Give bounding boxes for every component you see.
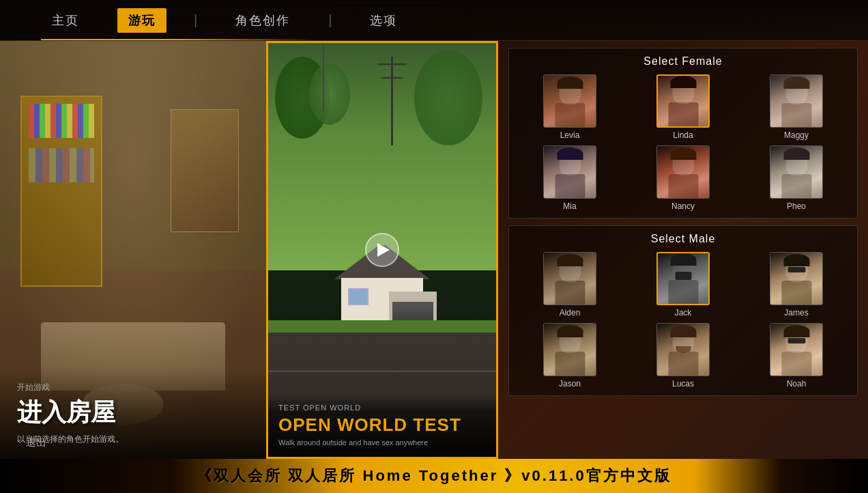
linda-hair xyxy=(670,76,696,88)
mia-head xyxy=(559,151,581,175)
aiden-hair xyxy=(557,254,583,266)
noah-glasses xyxy=(787,338,805,343)
lucas-body xyxy=(668,352,698,376)
bottom-bar: 《双人会所 双人居所 Home Together 》v0.11.0官方中文版 xyxy=(0,459,868,493)
james-head xyxy=(785,257,807,282)
tree-center xyxy=(309,64,350,125)
jack-body xyxy=(668,280,698,304)
utility-pole-2 xyxy=(323,43,324,111)
nav-accent-line xyxy=(41,39,868,40)
linda-portrait xyxy=(656,74,710,128)
char-mia[interactable]: Mia xyxy=(516,145,624,211)
linda-body xyxy=(668,102,698,126)
nav-play[interactable]: 游玩 xyxy=(117,8,167,33)
char-maggy[interactable]: Maggy xyxy=(742,74,850,140)
female-section-title: Select Female xyxy=(516,55,850,68)
maggy-portrait xyxy=(770,74,823,128)
nav-separator-1: | xyxy=(194,12,197,28)
jack-hair xyxy=(670,253,696,266)
nav-home[interactable]: 主页 xyxy=(41,8,90,33)
noah-figure xyxy=(778,328,815,376)
mia-name: Mia xyxy=(563,201,576,211)
char-jason[interactable]: Jason xyxy=(516,323,624,389)
nancy-body xyxy=(668,174,698,198)
james-hair xyxy=(783,254,809,266)
aiden-portrait xyxy=(543,252,596,305)
aiden-head xyxy=(559,257,581,282)
james-figure xyxy=(778,257,815,305)
card-open-world-title: OPEN WORLD TEST xyxy=(278,414,486,436)
card-enter-house-tag: 开始游戏 xyxy=(17,382,249,393)
logout-button[interactable]: 退出 xyxy=(20,434,52,452)
top-nav: 主页 游玩 | 角色创作 | 选项 xyxy=(0,0,868,41)
char-aiden[interactable]: Aiden xyxy=(516,252,624,318)
mia-hair xyxy=(557,147,583,160)
levia-body xyxy=(555,103,585,127)
tree-right xyxy=(414,50,482,145)
male-select-section: Select Male Aiden xyxy=(508,225,858,396)
aiden-name: Aiden xyxy=(560,308,581,318)
card-enter-house-title: 进入房屋 xyxy=(17,396,249,429)
female-select-section: Select Female Levia xyxy=(508,48,858,219)
noah-body xyxy=(781,352,811,376)
char-levia[interactable]: Levia xyxy=(516,74,624,140)
lucas-head xyxy=(672,328,694,353)
linda-head xyxy=(672,79,694,104)
jason-portrait xyxy=(543,323,596,376)
nav-options[interactable]: 选项 xyxy=(359,8,408,33)
game-card-enter-house[interactable]: 开始游戏 进入房屋 以当前选择的角色开始游戏。 xyxy=(0,41,266,459)
char-pheo[interactable]: Pheo xyxy=(742,145,850,211)
james-glasses xyxy=(787,267,805,272)
mia-body xyxy=(555,174,585,198)
noah-head xyxy=(785,328,807,353)
lucas-figure xyxy=(665,328,702,376)
main-content: 开始游戏 进入房屋 以当前选择的角色开始游戏。 xyxy=(0,41,868,459)
nancy-name: Nancy xyxy=(671,201,695,211)
game-card-open-world[interactable]: TEST OPEN WORLD OPEN WORLD TEST Walk aro… xyxy=(266,41,498,459)
jason-head xyxy=(559,328,581,353)
lucas-beard xyxy=(676,346,691,353)
pheo-body xyxy=(781,174,811,198)
pheo-head xyxy=(785,151,807,175)
char-jack[interactable]: Jack xyxy=(629,252,737,318)
lucas-hair xyxy=(670,325,696,337)
levia-head xyxy=(559,80,581,104)
jack-name: Jack xyxy=(675,308,692,318)
mia-figure xyxy=(551,151,589,198)
pheo-name: Pheo xyxy=(787,201,806,211)
nancy-hair xyxy=(670,147,696,160)
jack-mask xyxy=(675,272,691,280)
aiden-body xyxy=(555,281,585,305)
linda-name: Linda xyxy=(673,130,693,140)
jason-name: Jason xyxy=(559,379,581,389)
nav-separator-2: | xyxy=(328,12,332,28)
card-open-world-desc: Walk around outside and have sex anywher… xyxy=(278,438,486,447)
char-linda[interactable]: Linda xyxy=(629,74,737,140)
nancy-figure xyxy=(665,151,702,198)
lucas-portrait xyxy=(656,323,710,376)
pheo-hair xyxy=(783,147,809,160)
nancy-portrait xyxy=(656,145,710,199)
levia-portrait xyxy=(543,74,596,128)
jason-hair xyxy=(557,325,583,337)
nav-create[interactable]: 角色创作 xyxy=(225,8,301,33)
app-title: 《双人会所 双人居所 Home Together 》v0.11.0官方中文版 xyxy=(197,466,671,486)
maggy-body xyxy=(781,103,811,127)
maggy-hair xyxy=(783,76,809,89)
char-noah[interactable]: Noah xyxy=(742,323,850,389)
jack-figure xyxy=(665,257,702,304)
jason-figure xyxy=(551,328,589,376)
char-lucas[interactable]: Lucas xyxy=(629,323,737,389)
james-body xyxy=(781,281,811,305)
card-open-world-tag: TEST OPEN WORLD xyxy=(278,404,486,412)
mia-portrait xyxy=(543,145,596,199)
noah-hair xyxy=(783,325,809,337)
jack-head xyxy=(672,257,694,281)
char-james[interactable]: James xyxy=(742,252,850,318)
play-button[interactable] xyxy=(365,233,399,267)
character-select-panel: Select Female Levia xyxy=(498,41,868,459)
maggy-name: Maggy xyxy=(784,130,809,140)
noah-name: Noah xyxy=(787,379,807,389)
male-section-title: Select Male xyxy=(516,233,850,245)
char-nancy[interactable]: Nancy xyxy=(629,145,737,211)
